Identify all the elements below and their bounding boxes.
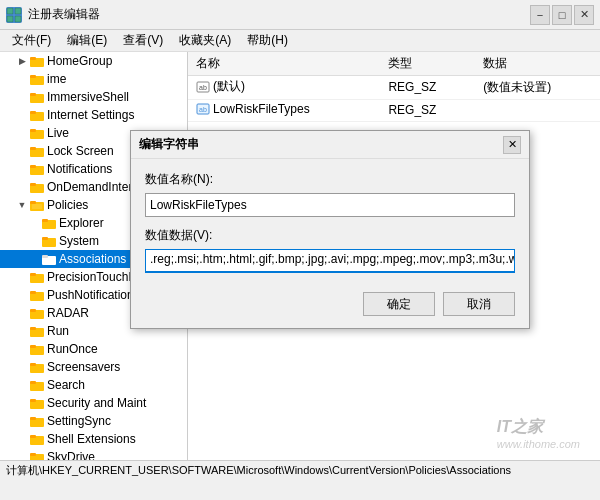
folder-icon [30,181,44,193]
tree-item-settingsync[interactable]: ▶ SettingSync [0,412,187,430]
svg-rect-19 [30,183,36,186]
folder-icon [30,361,44,373]
svg-rect-42 [30,381,36,384]
window-controls: − □ ✕ [530,5,594,25]
close-button[interactable]: ✕ [574,5,594,25]
svg-rect-24 [42,219,48,222]
col-name[interactable]: 名称 [188,52,380,76]
svg-text:ab: ab [199,106,207,113]
dialog-title-bar: 编辑字符串 ✕ [131,131,529,159]
arrow-icon: ▶ [16,55,28,67]
menu-help[interactable]: 帮助(H) [239,30,296,51]
watermark: IT之家 www.ithome.com [497,417,580,450]
folder-icon [30,451,44,460]
tree-item-search[interactable]: ▶ Search [0,376,187,394]
folder-icon [30,289,44,301]
folder-icon [30,127,44,139]
svg-rect-7 [30,75,36,78]
tree-item-homegroup[interactable]: ▶ HomeGroup [0,52,187,70]
reg-name-lowrisk: ab LowRiskFileTypes [188,99,380,121]
folder-icon [30,379,44,391]
svg-rect-32 [30,291,36,294]
svg-rect-17 [30,165,36,168]
svg-rect-13 [30,129,36,132]
minimize-button[interactable]: − [530,5,550,25]
cancel-button[interactable]: 取消 [443,292,515,316]
svg-rect-3 [15,16,21,22]
tree-item-shellext[interactable]: ▶ Shell Extensions [0,430,187,448]
svg-rect-0 [7,8,13,14]
svg-rect-38 [30,345,36,348]
svg-rect-28 [42,255,48,258]
folder-icon [30,433,44,445]
svg-rect-36 [30,327,36,330]
svg-rect-2 [7,16,13,22]
reg-type-default: REG_SZ [380,76,475,100]
svg-rect-34 [30,309,36,312]
svg-rect-22 [32,204,42,209]
tree-item-screensavers[interactable]: ▶ Screensavers [0,358,187,376]
registry-table: 名称 类型 数据 ab (默认) [188,52,600,122]
folder-icon [42,253,56,265]
svg-rect-44 [30,399,36,402]
tree-item-skydrive[interactable]: ▶ SkyDrive [0,448,187,460]
folder-icon [30,73,44,85]
maximize-button[interactable]: □ [552,5,572,25]
ok-button[interactable]: 确定 [363,292,435,316]
watermark-line2: www.ithome.com [497,438,580,450]
menu-file[interactable]: 文件(F) [4,30,59,51]
tree-item-runonce[interactable]: ▶ RunOnce [0,340,187,358]
status-bar: 计算机\HKEY_CURRENT_USER\SOFTWARE\Microsoft… [0,460,600,480]
data-input[interactable]: .reg;.msi;.htm;.html;.gif;.bmp;.jpg;.avi… [145,249,515,273]
folder-icon [30,397,44,409]
col-data[interactable]: 数据 [475,52,600,76]
watermark-line1: IT之家 [497,417,580,438]
svg-rect-9 [30,93,36,96]
folder-icon [30,55,44,67]
reg-type-lowrisk: REG_SZ [380,99,475,121]
window-title: 注册表编辑器 [28,6,100,23]
data-label: 数值数据(V): [145,227,515,244]
status-text: 计算机\HKEY_CURRENT_USER\SOFTWARE\Microsoft… [6,463,511,478]
svg-rect-11 [30,111,36,114]
svg-rect-30 [30,273,36,276]
folder-open-icon [30,199,44,211]
dialog-title: 编辑字符串 [139,136,199,153]
svg-rect-5 [30,57,36,60]
menu-favorites[interactable]: 收藏夹(A) [171,30,239,51]
app-icon [6,7,22,23]
folder-icon [30,343,44,355]
folder-icon [30,415,44,427]
dialog-close-button[interactable]: ✕ [503,136,521,154]
folder-icon [42,217,56,229]
svg-rect-48 [30,435,36,438]
menu-edit[interactable]: 编辑(E) [59,30,115,51]
table-row[interactable]: ab LowRiskFileTypes REG_SZ [188,99,600,121]
svg-text:ab: ab [199,84,207,91]
svg-rect-50 [30,453,36,456]
svg-rect-15 [30,147,36,150]
svg-rect-1 [15,8,21,14]
table-row[interactable]: ab (默认) REG_SZ (数值未设置) [188,76,600,100]
menu-view[interactable]: 查看(V) [115,30,171,51]
folder-icon [42,235,56,247]
folder-icon [30,91,44,103]
folder-icon [30,109,44,121]
tree-item-internet-settings[interactable]: ▶ Internet Settings [0,106,187,124]
svg-rect-40 [30,363,36,366]
tree-item-ime[interactable]: ▶ ime [0,70,187,88]
col-type[interactable]: 类型 [380,52,475,76]
reg-data-lowrisk [475,99,600,121]
folder-icon [30,325,44,337]
expand-arrow-icon: ▼ [16,199,28,211]
name-label: 数值名称(N): [145,171,515,188]
tree-item-security[interactable]: ▶ Security and Maint [0,394,187,412]
folder-icon [30,163,44,175]
folder-icon [30,271,44,283]
tree-item-immersiveshell[interactable]: ▶ ImmersiveShell [0,88,187,106]
dialog-buttons: 确定 取消 [145,292,515,316]
edit-string-dialog: 编辑字符串 ✕ 数值名称(N): 数值数据(V): .reg;.msi;.htm… [130,130,530,329]
menu-bar: 文件(F) 编辑(E) 查看(V) 收藏夹(A) 帮助(H) [0,30,600,52]
title-bar: 注册表编辑器 − □ ✕ [0,0,600,30]
name-input[interactable] [145,193,515,217]
